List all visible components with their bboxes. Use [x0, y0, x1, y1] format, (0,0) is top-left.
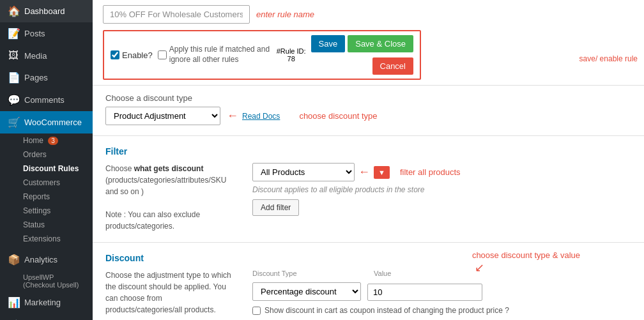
filter-annotation: filter all products [400, 167, 461, 177]
posts-icon: 📝 [8, 27, 19, 40]
save-close-button[interactable]: Save & Close [348, 35, 413, 52]
discount-type-input-label: Discount Type [252, 270, 361, 277]
arrow-annotation: ← Read Docs [227, 109, 280, 123]
rule-bar: enter rule name Enable? Apply this rule … [93, 0, 644, 86]
sidebar-sub-upsellwp[interactable]: UpsellWP(Checkout Upsell) [0, 271, 93, 291]
sidebar-sub-settings[interactable]: Settings [0, 204, 93, 218]
sidebar-item-dashboard[interactable]: 🏠 Dashboard [0, 0, 93, 22]
home-badge: 3 [48, 137, 58, 145]
filter-description: Choose what gets discount (products/cate… [105, 163, 233, 232]
rule-name-input[interactable] [103, 5, 250, 24]
filter-section: Filter Choose what gets discount (produc… [93, 136, 644, 243]
products-icon: 📦 [8, 254, 19, 266]
discount-type-value-annotation: choose discount type & value [472, 250, 580, 260]
sidebar-item-woocommerce[interactable]: 🛒 WooCommerce [0, 111, 93, 133]
save-button[interactable]: Save [311, 35, 346, 52]
sidebar-item-pages[interactable]: 📄 Pages [0, 66, 93, 89]
sidebar-item-comments[interactable]: 💬 Comments [0, 89, 93, 111]
enable-checkbox-input[interactable] [111, 50, 119, 59]
content-area: Filter Choose what gets discount (produc… [93, 136, 644, 320]
enable-label: Enable? [122, 50, 153, 60]
enable-checkbox[interactable]: Enable? [111, 50, 153, 60]
filter-dropdown-button[interactable]: ▼ [374, 166, 390, 179]
discount-type-select[interactable]: Product Adjustment [105, 107, 220, 125]
filter-title: Filter [105, 146, 631, 156]
comments-icon: 💬 [8, 94, 19, 106]
apply-checkbox-input[interactable] [158, 50, 167, 59]
filter-all-products-select[interactable]: All Products [252, 163, 355, 181]
show-coupon-label: Show discount in cart as coupon instead … [264, 306, 509, 315]
filter-select-row: All Products ← ▼ filter all products [252, 163, 631, 181]
discount-type-dropdown[interactable]: Percentage discount [252, 282, 361, 301]
media-icon: 🖼 [8, 50, 19, 61]
discount-section: choose discount type & value ↙ Discount … [93, 243, 644, 320]
rule-id-block: #Rule ID: 78 [277, 47, 306, 63]
left-arrow-icon: ← [227, 109, 238, 123]
rule-id-value: 78 [288, 55, 295, 63]
rule-id-label: #Rule ID: [277, 47, 306, 55]
input-labels: Discount Type Value [252, 270, 631, 277]
sidebar-item-analytics[interactable]: 📊 Marketing [0, 291, 93, 314]
discount-type-section: Choose a discount type Product Adjustmen… [93, 86, 644, 136]
cancel-button[interactable]: Cancel [372, 57, 413, 75]
sidebar-sub-extensions[interactable]: Extensions [0, 232, 93, 246]
discount-inputs-row: Percentage discount [252, 282, 631, 301]
analytics-icon: 📊 [8, 296, 19, 309]
sidebar-sub-reports[interactable]: Reports [0, 190, 93, 204]
save-annotation: save/ enable rule [579, 54, 638, 63]
discount-description: Choose the adjustment type to which the … [105, 270, 233, 320]
sidebar-item-products[interactable]: 📦 Analytics [0, 248, 93, 271]
discount-arrow-icon: ↙ [475, 261, 484, 275]
sidebar: 🏠 Dashboard 📝 Posts 🖼 Media 📄 Pages 💬 Co… [0, 0, 93, 320]
filter-arrow-icon: ← [358, 165, 370, 179]
rule-right-box: Enable? Apply this rule if matched and i… [103, 30, 421, 80]
filter-note: Note : You can also exclude products/cat… [105, 210, 200, 231]
discount-right: Discount Type Value Percentage discount … [252, 270, 631, 320]
add-filter-button[interactable]: Add filter [252, 199, 299, 216]
dashboard-icon: 🏠 [8, 5, 19, 17]
sidebar-sub-orders[interactable]: Orders [0, 148, 93, 162]
sidebar-sub-status[interactable]: Status [0, 218, 93, 232]
discount-type-label: Choose a discount type [105, 93, 631, 103]
apply-checkbox[interactable]: Apply this rule if matched and ignore al… [158, 45, 272, 65]
rule-name-placeholder-label: enter rule name [256, 10, 314, 19]
show-coupon-row[interactable]: Show discount in cart as coupon instead … [252, 306, 631, 315]
filter-hint: Discount applies to all eligible product… [252, 185, 631, 194]
sidebar-item-media[interactable]: 🖼 Media [0, 45, 93, 66]
sidebar-sub-discount-rules[interactable]: Discount Rules [0, 162, 93, 176]
sidebar-item-marketing[interactable]: 📣 Marketing [0, 314, 93, 320]
sidebar-item-posts[interactable]: 📝 Posts [0, 22, 93, 45]
read-docs-link[interactable]: Read Docs [242, 112, 280, 121]
discount-value-input-label: Value [374, 270, 391, 277]
sidebar-sub-home[interactable]: Home 3 [0, 133, 93, 148]
apply-label: Apply this rule if matched and ignore al… [169, 45, 272, 65]
woocommerce-icon: 🛒 [8, 116, 19, 128]
filter-right: All Products ← ▼ filter all products Dis… [252, 163, 631, 232]
sidebar-sub-customers[interactable]: Customers [0, 176, 93, 190]
discount-type-annotation: choose discount type [299, 111, 377, 121]
pages-icon: 📄 [8, 72, 19, 84]
filter-desc-sub: (products/categories/attributes/SKU and … [105, 176, 226, 196]
show-coupon-checkbox[interactable] [252, 307, 261, 315]
discount-value-input[interactable] [367, 284, 482, 301]
main-content: enter rule name Enable? Apply this rule … [93, 0, 644, 320]
